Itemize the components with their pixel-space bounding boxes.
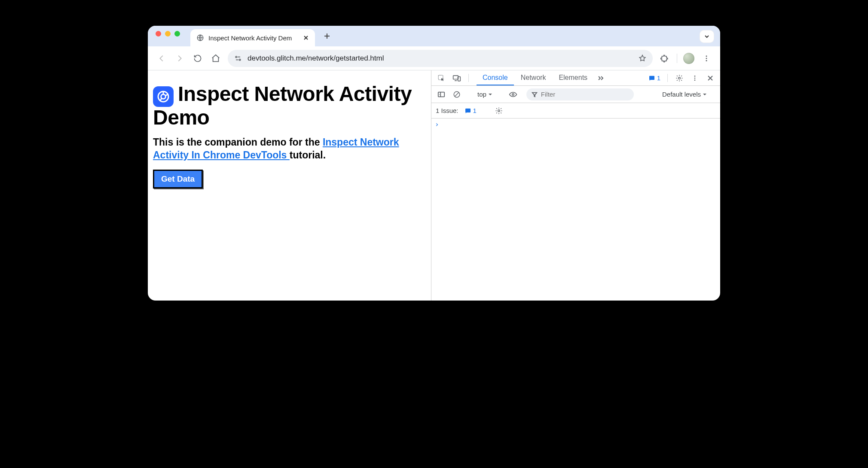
svg-point-1 — [235, 56, 237, 58]
devtools-tabs: Console Network Elements — [477, 70, 607, 85]
tab-close-button[interactable] — [302, 34, 310, 42]
svg-point-12 — [679, 77, 681, 79]
svg-point-18 — [512, 93, 514, 95]
console-prompt-caret: › — [435, 120, 439, 128]
clear-console-icon[interactable] — [450, 91, 463, 98]
devtools-close-icon[interactable] — [704, 70, 717, 85]
intro-text-pre: This is the companion demo for the — [153, 137, 323, 148]
svg-point-5 — [706, 60, 707, 61]
forward-button[interactable] — [174, 52, 186, 64]
chrome-icon — [153, 86, 174, 107]
console-settings-icon[interactable] — [492, 107, 505, 115]
page-title: Inspect Network Activity Demo — [153, 83, 426, 128]
context-selector[interactable]: top — [474, 91, 496, 98]
console-filter[interactable] — [526, 88, 634, 100]
issues-label: 1 Issue: — [436, 107, 458, 114]
address-bar[interactable]: devtools.glitch.me/network/getstarted.ht… — [228, 50, 653, 67]
home-button[interactable] — [210, 52, 222, 64]
intro-text-post: tutorial. — [290, 149, 326, 161]
sidebar-toggle-icon[interactable] — [435, 91, 448, 98]
window-close-button[interactable] — [156, 31, 161, 36]
svg-rect-9 — [453, 76, 458, 79]
tab-elements[interactable]: Elements — [553, 70, 593, 85]
reload-button[interactable] — [192, 52, 204, 64]
live-expression-icon[interactable] — [507, 91, 520, 97]
extensions-button[interactable] — [659, 52, 671, 64]
more-tabs-icon[interactable] — [594, 70, 607, 85]
intro-paragraph: This is the companion demo for the Inspe… — [153, 136, 426, 162]
console-toolbar: top Default levels — [431, 86, 720, 103]
inspect-element-icon[interactable] — [435, 70, 448, 85]
bookmark-icon[interactable] — [638, 54, 647, 63]
webpage-viewport: Inspect Network Activity Demo This is th… — [148, 70, 431, 301]
svg-point-4 — [706, 58, 707, 59]
svg-point-15 — [694, 79, 696, 81]
devtools-settings-icon[interactable] — [673, 70, 686, 85]
new-tab-button[interactable] — [321, 30, 333, 42]
filter-input[interactable] — [541, 91, 629, 98]
svg-rect-11 — [649, 76, 654, 79]
traffic-lights — [156, 26, 180, 46]
tab-title: Inspect Network Activity Dem — [208, 34, 298, 42]
levels-label: Default levels — [662, 91, 701, 98]
browser-window: Inspect Network Activity Dem — [148, 26, 720, 301]
console-body[interactable]: › — [431, 119, 720, 301]
site-info-icon[interactable] — [234, 54, 242, 63]
svg-point-20 — [498, 109, 500, 112]
browser-toolbar: devtools.glitch.me/network/getstarted.ht… — [148, 46, 720, 70]
window-maximize-button[interactable] — [174, 31, 180, 36]
devtools-panel: Console Network Elements 1 — [431, 70, 720, 301]
issues-row-count: 1 — [473, 107, 477, 114]
svg-point-13 — [694, 76, 696, 77]
profile-avatar[interactable] — [683, 53, 694, 64]
devtools-menu-icon[interactable] — [688, 70, 701, 85]
page-title-text: Inspect Network Activity Demo — [153, 82, 412, 129]
svg-point-14 — [694, 77, 696, 79]
content-area: Inspect Network Activity Demo This is th… — [148, 70, 720, 301]
svg-rect-16 — [438, 92, 444, 97]
issues-indicator[interactable]: 1 — [647, 70, 662, 85]
svg-rect-19 — [465, 108, 471, 112]
url-text[interactable]: devtools.glitch.me/network/getstarted.ht… — [248, 54, 633, 63]
issues-row: 1 Issue: 1 — [431, 103, 720, 119]
filter-icon — [532, 91, 538, 97]
log-levels-selector[interactable]: Default levels — [662, 91, 709, 98]
browser-tab[interactable]: Inspect Network Activity Dem — [190, 29, 315, 46]
svg-point-2 — [239, 59, 241, 60]
tab-network[interactable]: Network — [515, 70, 552, 85]
back-button[interactable] — [156, 52, 168, 64]
context-label: top — [477, 91, 486, 98]
tab-strip: Inspect Network Activity Dem — [148, 26, 720, 46]
globe-icon — [196, 34, 204, 42]
devtools-tabbar: Console Network Elements 1 — [431, 70, 720, 86]
svg-point-3 — [706, 55, 707, 57]
get-data-button[interactable]: Get Data — [153, 170, 203, 188]
issues-pill[interactable]: 1 — [463, 107, 478, 114]
tabs-dropdown-button[interactable] — [700, 30, 714, 43]
device-toggle-icon[interactable] — [450, 70, 463, 85]
browser-menu-button[interactable] — [700, 52, 712, 64]
tab-console[interactable]: Console — [477, 70, 514, 85]
issues-count: 1 — [657, 74, 660, 82]
window-minimize-button[interactable] — [165, 31, 171, 36]
